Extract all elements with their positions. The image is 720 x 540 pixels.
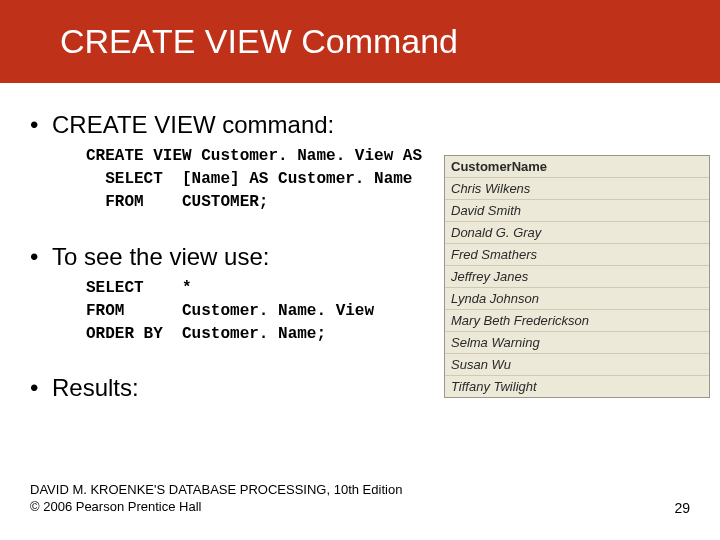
bullet-3-text: Results:: [52, 374, 139, 401]
table-row: Susan Wu: [445, 354, 709, 376]
title-bar: CREATE VIEW Command: [0, 0, 720, 83]
bullet-1-text: CREATE VIEW command:: [52, 111, 334, 138]
table-header: CustomerName: [445, 156, 709, 178]
table-row: Selma Warning: [445, 332, 709, 354]
table-row: Tiffany Twilight: [445, 376, 709, 397]
table-row: Donald G. Gray: [445, 222, 709, 244]
footer-line1: DAVID M. KROENKE'S DATABASE PROCESSING, …: [30, 481, 402, 499]
slide-title: CREATE VIEW Command: [60, 22, 720, 61]
table-row: Fred Smathers: [445, 244, 709, 266]
table-row: Lynda Johnson: [445, 288, 709, 310]
table-cell: Lynda Johnson: [445, 288, 709, 310]
bullet-2-text: To see the view use:: [52, 243, 269, 270]
footer: DAVID M. KROENKE'S DATABASE PROCESSING, …: [30, 481, 690, 516]
table-row: Chris Wilkens: [445, 178, 709, 200]
table-row: David Smith: [445, 200, 709, 222]
bullet-dot: •: [30, 374, 52, 402]
table-cell: Fred Smathers: [445, 244, 709, 266]
table-cell: David Smith: [445, 200, 709, 222]
table-cell: Susan Wu: [445, 354, 709, 376]
bullet-1: •CREATE VIEW command:: [30, 111, 720, 139]
page-number: 29: [674, 500, 690, 516]
bullet-dot: •: [30, 243, 52, 271]
table-cell: Selma Warning: [445, 332, 709, 354]
table-cell: Chris Wilkens: [445, 178, 709, 200]
bullet-dot: •: [30, 111, 52, 139]
footer-left: DAVID M. KROENKE'S DATABASE PROCESSING, …: [30, 481, 402, 516]
table-cell: Tiffany Twilight: [445, 376, 709, 397]
footer-line2: © 2006 Pearson Prentice Hall: [30, 498, 402, 516]
table-row: Jeffrey Janes: [445, 266, 709, 288]
table-row: Mary Beth Frederickson: [445, 310, 709, 332]
table-cell: Donald G. Gray: [445, 222, 709, 244]
table-cell: Jeffrey Janes: [445, 266, 709, 288]
table-cell: Mary Beth Frederickson: [445, 310, 709, 332]
results-table: CustomerNameChris WilkensDavid SmithDona…: [444, 155, 710, 398]
